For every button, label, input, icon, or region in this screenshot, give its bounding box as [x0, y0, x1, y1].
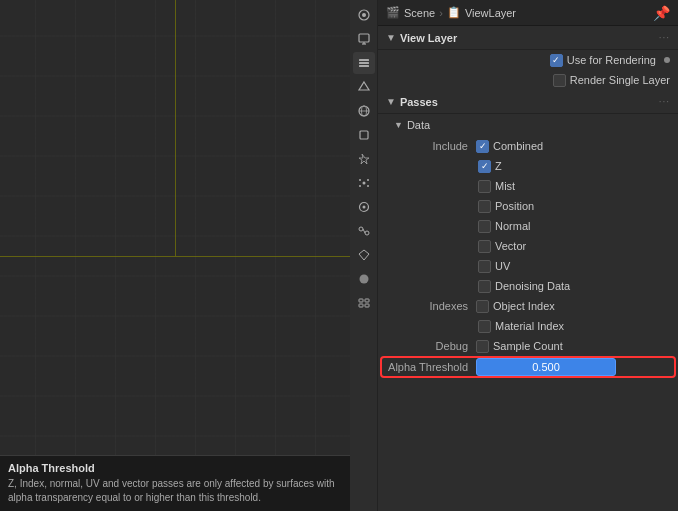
combined-checkbox-item[interactable]: Combined	[476, 140, 543, 153]
object-index-value: Object Index	[476, 300, 670, 313]
svg-rect-12	[360, 131, 368, 139]
passes-triangle-icon: ▼	[386, 96, 396, 107]
use-for-rendering-checkbox-item[interactable]: Use for Rendering	[550, 54, 656, 67]
normal-label: Normal	[495, 220, 530, 232]
tooltip-box: Alpha Threshold Z, Index, normal, UV and…	[0, 455, 350, 511]
render-single-layer-checkbox-item[interactable]: Render Single Layer	[553, 74, 670, 87]
vector-value: Vector	[478, 240, 670, 253]
render-single-layer-row: Render Single Layer	[378, 70, 678, 90]
z-checkbox-item[interactable]: Z	[478, 160, 502, 173]
svg-point-20	[359, 227, 363, 231]
data-icon[interactable]	[353, 244, 375, 266]
svg-point-1	[362, 13, 366, 17]
alpha-threshold-label: Alpha Threshold	[386, 361, 476, 373]
viewlayer-label: ViewLayer	[465, 7, 516, 19]
material-index-checkbox[interactable]	[478, 320, 491, 333]
render-icon[interactable]	[353, 4, 375, 26]
denoising-row: Denoising Data	[378, 276, 678, 296]
vector-row: Vector	[378, 236, 678, 256]
render-single-layer-checkbox[interactable]	[553, 74, 566, 87]
combined-checkbox[interactable]	[476, 140, 489, 153]
rendering-dot-indicator	[664, 57, 670, 63]
uv-checkbox-item[interactable]: UV	[478, 260, 510, 273]
svg-rect-25	[365, 299, 369, 302]
svg-rect-26	[359, 304, 363, 307]
svg-point-14	[359, 179, 361, 181]
viewport: Alpha Threshold Z, Index, normal, UV and…	[0, 0, 350, 511]
section-menu-dots[interactable]: ···	[659, 32, 670, 43]
mist-checkbox[interactable]	[478, 180, 491, 193]
svg-point-23	[359, 275, 368, 284]
alpha-threshold-value: 0.500	[532, 361, 560, 373]
use-for-rendering-checkbox[interactable]	[550, 54, 563, 67]
output-icon[interactable]	[353, 28, 375, 50]
object-index-checkbox-item[interactable]: Object Index	[476, 300, 555, 313]
properties-panel: 🎬 Scene › 📋 ViewLayer 📌 ▼ View Layer ···…	[378, 0, 678, 511]
object-icon[interactable]	[353, 124, 375, 146]
alpha-threshold-input[interactable]: 0.500	[476, 358, 616, 376]
scene-icon-header: 🎬	[386, 6, 400, 19]
world-icon[interactable]	[353, 100, 375, 122]
view-layer-icon[interactable]	[353, 52, 375, 74]
svg-point-21	[365, 231, 369, 235]
material-index-checkbox-item[interactable]: Material Index	[478, 320, 564, 333]
physics-icon[interactable]	[353, 196, 375, 218]
normal-value: Normal	[478, 220, 670, 233]
uv-label: UV	[495, 260, 510, 272]
constraints-icon[interactable]	[353, 220, 375, 242]
panel-header: 🎬 Scene › 📋 ViewLayer 📌	[378, 0, 678, 26]
svg-point-16	[359, 185, 361, 187]
view-layer-title: View Layer	[400, 32, 457, 44]
combined-label: Combined	[493, 140, 543, 152]
material-index-value: Material Index	[478, 320, 670, 333]
material-index-row: Material Index	[378, 316, 678, 336]
sample-count-checkbox[interactable]	[476, 340, 489, 353]
svg-rect-27	[365, 304, 369, 307]
normal-checkbox[interactable]	[478, 220, 491, 233]
passes-section-header[interactable]: ▼ Passes ···	[378, 90, 678, 114]
denoising-checkbox[interactable]	[478, 280, 491, 293]
more-icon[interactable]	[353, 292, 375, 314]
include-combined-value: Combined	[476, 140, 670, 153]
scene-icon[interactable]	[353, 76, 375, 98]
particles-icon[interactable]	[353, 172, 375, 194]
z-value: Z	[478, 160, 670, 173]
sample-count-value: Sample Count	[476, 340, 670, 353]
view-layer-section-header[interactable]: ▼ View Layer ···	[378, 26, 678, 50]
svg-rect-7	[359, 65, 369, 67]
vector-checkbox-item[interactable]: Vector	[478, 240, 526, 253]
sample-count-checkbox-item[interactable]: Sample Count	[476, 340, 563, 353]
data-subsection-header[interactable]: ▼ Data	[378, 114, 678, 136]
svg-point-13	[362, 182, 365, 185]
vector-checkbox[interactable]	[478, 240, 491, 253]
mist-checkbox-item[interactable]: Mist	[478, 180, 515, 193]
scene-label: Scene	[404, 7, 435, 19]
render-single-layer-label: Render Single Layer	[570, 74, 670, 86]
viewlayer-icon-header: 📋	[447, 6, 461, 19]
position-value: Position	[478, 200, 670, 213]
position-checkbox[interactable]	[478, 200, 491, 213]
alpha-threshold-row[interactable]: Alpha Threshold 0.500	[378, 356, 678, 378]
tooltip-text: Z, Index, normal, UV and vector passes a…	[8, 477, 342, 505]
pin-icon[interactable]: 📌	[653, 5, 670, 21]
material-icon[interactable]	[353, 268, 375, 290]
svg-marker-8	[359, 82, 369, 90]
sample-count-row: Debug Sample Count	[378, 336, 678, 356]
denoising-checkbox-item[interactable]: Denoising Data	[478, 280, 570, 293]
svg-point-17	[367, 185, 369, 187]
uv-value: UV	[478, 260, 670, 273]
denoising-value: Denoising Data	[478, 280, 670, 293]
modifier-icon[interactable]	[353, 148, 375, 170]
position-checkbox-item[interactable]: Position	[478, 200, 534, 213]
vector-label: Vector	[495, 240, 526, 252]
passes-section-menu-dots[interactable]: ···	[659, 96, 670, 107]
svg-rect-6	[359, 62, 369, 64]
mist-row: Mist	[378, 176, 678, 196]
uv-checkbox[interactable]	[478, 260, 491, 273]
normal-checkbox-item[interactable]: Normal	[478, 220, 530, 233]
mist-value: Mist	[478, 180, 670, 193]
object-index-checkbox[interactable]	[476, 300, 489, 313]
debug-label: Debug	[386, 340, 476, 352]
z-checkbox[interactable]	[478, 160, 491, 173]
z-label: Z	[495, 160, 502, 172]
